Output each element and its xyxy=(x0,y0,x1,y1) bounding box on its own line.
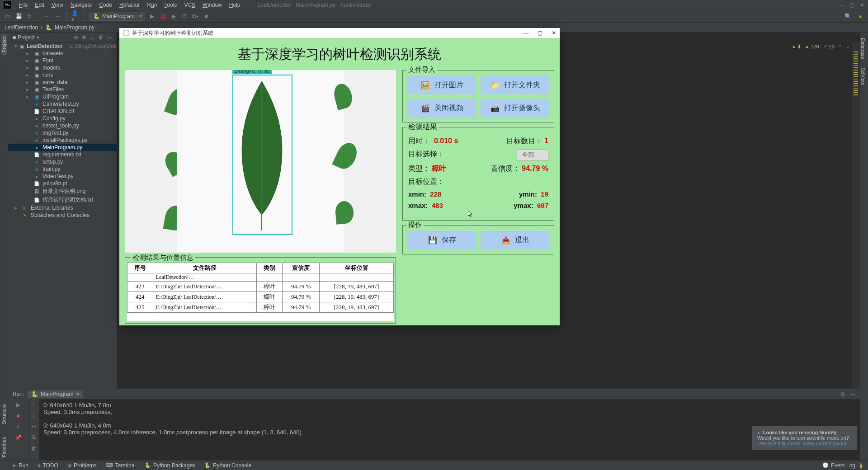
open-folder-button[interactable]: 📁打开文件夹 xyxy=(481,76,549,94)
run-tab[interactable]: 🐍 MainProgram × xyxy=(28,390,83,398)
tab-structure[interactable]: Structure xyxy=(1,401,7,427)
tree-file[interactable]: ●VideoTest.py xyxy=(8,173,117,180)
minimize-icon[interactable]: — xyxy=(839,2,844,8)
tree-file[interactable]: ●CameraTest.py xyxy=(8,100,117,108)
inspection-widget[interactable]: ▲4 ▲126 ✔23 ^⌄ xyxy=(792,43,850,49)
gear-icon[interactable]: ⚙ xyxy=(840,391,845,397)
project-tree[interactable]: ▾▣LeafDetection E:\DingZhi\LeafDetection… xyxy=(8,42,117,389)
table-row[interactable]: 425E:/DingZhi/ LeafDetection/…樟叶94.79 %[… xyxy=(127,302,394,313)
menu-edit[interactable]: Edit xyxy=(31,2,48,8)
tree-external-libs[interactable]: ▸⊪External Libraries xyxy=(8,204,117,212)
tree-file[interactable]: ●Config.py xyxy=(8,115,117,122)
menu-navigate[interactable]: Navigate xyxy=(67,2,95,8)
tree-file[interactable]: 📄CITATION.cff xyxy=(8,108,117,115)
tool-run[interactable]: ▶Run xyxy=(13,462,28,469)
open-image-button[interactable]: 🖼️打开图片 xyxy=(407,76,476,94)
select-opened-icon[interactable]: ⊕ xyxy=(74,34,78,41)
tree-folder[interactable]: ▸▣save_data xyxy=(8,79,117,86)
exit-button[interactable]: 📤退出 xyxy=(481,231,549,249)
tool-pyconsole[interactable]: 🐍Python Console xyxy=(204,462,251,469)
profile-icon[interactable]: ⏱ xyxy=(180,12,189,20)
tree-file[interactable]: 📄requirements.txt xyxy=(8,151,117,158)
menu-window[interactable]: Window xyxy=(199,2,226,8)
table-row[interactable]: 424E:/DingZhi/ LeafDetection/…樟叶94.79 %[… xyxy=(127,292,394,302)
tool-problems[interactable]: ⊘Problems xyxy=(67,462,97,469)
menu-run[interactable]: Run xyxy=(143,2,160,8)
tree-file[interactable]: 📄yolov8n.pt xyxy=(8,180,117,187)
tw-quick-icon[interactable]: ▫ xyxy=(5,462,6,469)
tree-root[interactable]: ▾▣LeafDetection E:\DingZhi\LeafDetection xyxy=(8,42,117,50)
tree-file[interactable]: ●train.py xyxy=(8,165,117,173)
tree-folder[interactable]: ▸▣UIProgram xyxy=(8,93,117,100)
tree-file[interactable]: ●setup.py xyxy=(8,158,117,165)
tab-project[interactable]: Project xyxy=(1,34,7,55)
close-icon[interactable]: ✕ xyxy=(860,2,864,8)
tree-scratches[interactable]: ✎Scratches and Consoles xyxy=(8,212,117,219)
tree-file[interactable]: 🖼目录文件说明.png xyxy=(8,187,117,196)
menu-view[interactable]: View xyxy=(48,2,67,8)
back-icon[interactable]: ← xyxy=(43,12,51,20)
qt-title-bar[interactable]: 基于深度学习的树叶检测识别系统 — ▢ ✕ xyxy=(119,28,560,38)
ide-updates-icon[interactable]: ● xyxy=(856,12,864,20)
user-icon[interactable]: 👤▾ xyxy=(71,12,80,20)
tree-file-selected[interactable]: ●MainProgram.py xyxy=(8,144,117,151)
maximize-icon[interactable]: ▢ xyxy=(849,2,854,8)
results-table-scroll[interactable]: 序号 文件路径 类别 置信度 坐标位置 LeafDetection/… 423E… xyxy=(127,263,394,321)
gear-icon[interactable]: ⚙ xyxy=(98,34,103,41)
tool-terminal[interactable]: ⌨Terminal xyxy=(106,462,136,469)
forward-icon[interactable]: → xyxy=(54,12,62,20)
notification-balloon[interactable]: ●Looks like you're using NumPy Would you… xyxy=(752,426,857,450)
tool-todo[interactable]: ≡TODO xyxy=(38,462,58,469)
breadcrumb-file[interactable]: MainProgram.py xyxy=(55,24,94,31)
menu-code[interactable]: Code xyxy=(95,2,116,8)
rerun-icon[interactable]: ▶ xyxy=(16,402,20,408)
menu-file[interactable]: File xyxy=(15,2,31,8)
console-output[interactable]: 0: 640x640 1 MuJin, 7.0m Speed: 3.0ms pr… xyxy=(39,399,860,460)
tree-folder[interactable]: ▸▣TestFiles xyxy=(8,86,117,93)
layout-icon[interactable]: ⫽ xyxy=(15,423,21,430)
menu-refactor[interactable]: Refactor xyxy=(116,2,143,8)
target-select[interactable]: 全部 xyxy=(517,150,548,160)
concurrency-icon[interactable]: ⧉▾ xyxy=(191,12,199,20)
qt-maximize-icon[interactable]: ▢ xyxy=(538,30,542,36)
search-everywhere-icon[interactable]: 🔍 xyxy=(844,12,852,20)
run-icon[interactable]: ▶ xyxy=(148,12,156,20)
stop-icon[interactable]: ■ xyxy=(202,12,210,20)
qt-close-icon[interactable]: ✕ xyxy=(552,30,556,36)
print-icon[interactable]: 🖶 xyxy=(31,434,37,441)
table-row[interactable]: LeafDetection/… xyxy=(127,273,394,282)
hide-icon[interactable]: — xyxy=(107,34,112,41)
menu-tools[interactable]: Tools xyxy=(160,2,180,8)
save-all-icon[interactable]: 💾 xyxy=(14,12,23,20)
open-icon[interactable]: 🗁 xyxy=(4,12,12,20)
trash-icon[interactable]: 🗑 xyxy=(31,445,37,451)
open-camera-button[interactable]: 📷打开摄像头 xyxy=(481,99,549,118)
menu-help[interactable]: Help xyxy=(226,2,244,8)
run-config-selector[interactable]: 🐍 MainProgram xyxy=(89,12,145,21)
tree-file[interactable]: 📄程序运行说明文档.txt xyxy=(8,196,117,204)
close-video-button[interactable]: 🎬关闭视频 xyxy=(407,99,476,118)
pin-icon[interactable]: 📌 xyxy=(15,434,22,441)
tree-file[interactable]: ●detect_tools.py xyxy=(8,122,117,129)
save-button[interactable]: 💾保存 xyxy=(407,231,476,249)
notify-link-keep[interactable]: Keep current layout... xyxy=(803,441,851,446)
qt-minimize-icon[interactable]: — xyxy=(523,30,528,36)
tab-database[interactable]: Database xyxy=(860,35,866,62)
notify-link-scientific[interactable]: Use scientific mode xyxy=(757,441,800,446)
tree-folder[interactable]: ▸▣datasets xyxy=(8,50,117,57)
tab-favorites[interactable]: Favorites xyxy=(1,434,7,460)
table-row[interactable]: 423E:/DingZhi/ LeafDetection/…樟叶94.79 %[… xyxy=(127,282,394,292)
tree-file[interactable]: ●installPackages.py xyxy=(8,136,117,144)
stop-icon[interactable]: ■ xyxy=(16,413,19,419)
reload-icon[interactable]: ↻ xyxy=(25,12,33,20)
debug-icon[interactable]: 🐞 xyxy=(159,12,167,20)
down-icon[interactable]: ↓ xyxy=(33,413,35,419)
tool-eventlog[interactable]: 🕓Event Log xyxy=(822,462,855,469)
menu-vcs[interactable]: VCS xyxy=(180,2,199,8)
tool-pypackages[interactable]: 🐍Python Packages xyxy=(145,462,195,469)
expand-icon[interactable]: ✥ xyxy=(82,34,86,41)
wrap-icon[interactable]: ↩ xyxy=(32,423,36,430)
coverage-icon[interactable]: ▶̲ xyxy=(170,12,178,20)
collapse-icon[interactable]: ⌄ xyxy=(90,34,94,41)
up-icon[interactable]: ↑ xyxy=(33,402,35,408)
